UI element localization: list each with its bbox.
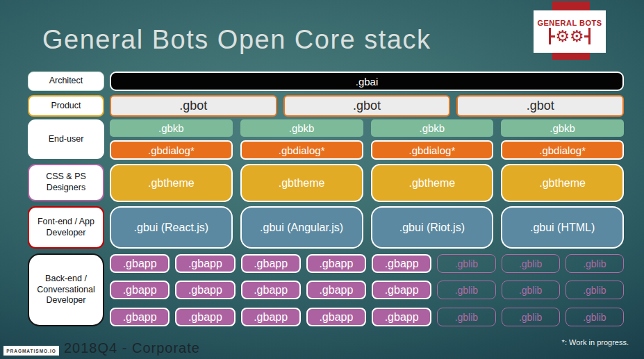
- gbapp-box: .gbapp: [372, 308, 431, 326]
- gbapp-box: .gbapp: [306, 254, 366, 273]
- gbtheme-box: .gbtheme: [501, 164, 624, 202]
- row-gbkb: .gbkb .gbkb .gbkb .gbkb: [110, 119, 624, 137]
- row-gbui: .gbui (React.js) .gbui (Angular.js) .gbu…: [110, 206, 624, 249]
- gbkb-box: .gbkb: [240, 119, 363, 137]
- gbapp-box: .gbapp: [175, 281, 235, 299]
- gbot-box: .gbot: [456, 95, 624, 117]
- row-gbapp-3: .gbapp .gbapp .gbapp .gbapp .gbapp .gbli…: [110, 308, 624, 326]
- gblib-box: .gblib: [502, 254, 560, 273]
- gbot-box: .gbot: [283, 95, 451, 117]
- row-label-backend-conversational-developer: Back-end / Conversational Developer: [28, 253, 104, 326]
- gear-icon: ⚙: [570, 28, 584, 44]
- gear-icon: ⚙: [555, 28, 570, 44]
- gbdialog-box: .gbdialog*: [501, 140, 624, 160]
- gblib-box: .gblib: [565, 308, 624, 326]
- gbapp-box: .gbapp: [110, 254, 170, 273]
- gbapp-box: .gbapp: [241, 281, 301, 299]
- gbtheme-box: .gbtheme: [240, 164, 363, 202]
- gbapp-box: .gbapp: [175, 308, 235, 326]
- gblib-box: .gblib: [502, 308, 560, 326]
- gbkb-box: .gbkb: [110, 119, 233, 137]
- row-label-product: Product: [28, 95, 104, 117]
- gear-bar-right: [588, 28, 591, 44]
- gbkb-box: .gbkb: [501, 119, 624, 137]
- gblib-box: .gblib: [502, 281, 560, 299]
- row-gbdialog: .gbdialog* .gbdialog* .gbdialog* .gbdial…: [110, 140, 624, 160]
- gbapp-box: .gbapp: [372, 254, 431, 273]
- row-gbapp-1: .gbapp .gbapp .gbapp .gbapp .gbapp .gbli…: [110, 254, 624, 273]
- logo-brand-text: GENERAL BOTS: [537, 19, 602, 27]
- gbdialog-box: .gbdialog*: [240, 140, 363, 160]
- gblib-box: .gblib: [565, 254, 624, 273]
- gbui-react-box: .gbui (React.js): [110, 206, 233, 249]
- row-gbai: .gbai: [110, 72, 624, 91]
- gbapp-box: .gbapp: [110, 281, 170, 299]
- gbapp-box: .gbapp: [306, 281, 366, 299]
- gbapp-box: .gbapp: [372, 281, 431, 299]
- row-gbot: .gbot .gbot .gbot: [110, 95, 624, 117]
- gblib-box: .gblib: [437, 308, 495, 326]
- slide: General Bots Open Core stack GENERAL BOT…: [0, 0, 644, 359]
- general-bots-logo: GENERAL BOTS ⚙ ⚙: [534, 10, 606, 53]
- gbkb-box: .gbkb: [371, 119, 494, 137]
- gblib-box: .gblib: [437, 254, 495, 273]
- pragmatismo-watermark: PRAGMATISMO.IO: [3, 346, 59, 356]
- gblib-box: .gblib: [565, 281, 624, 299]
- row-gbtheme: .gbtheme .gbtheme .gbtheme .gbtheme: [110, 164, 624, 202]
- footer-caption: 2018Q4 - Corporate: [64, 340, 200, 356]
- gbai-box: .gbai: [110, 72, 624, 91]
- gbui-angular-box: .gbui (Angular.js): [240, 206, 363, 249]
- gblib-box: .gblib: [437, 281, 495, 299]
- gbapp-box: .gbapp: [241, 254, 301, 273]
- gbapp-box: .gbapp: [241, 308, 301, 326]
- row-label-frontend-app-developer: Font-end / App Developer: [28, 206, 104, 249]
- gbdialog-box: .gbdialog*: [110, 140, 233, 160]
- gbapp-box: .gbapp: [110, 308, 170, 326]
- gears-icon: ⚙ ⚙: [549, 28, 590, 44]
- gbapp-box: .gbapp: [306, 308, 366, 326]
- work-in-progress-note: *: Work in progress.: [562, 338, 629, 347]
- row-label-css-ps-designers: CSS & PS Designers: [28, 164, 104, 201]
- row-label-architect: Architect: [28, 72, 104, 91]
- gbapp-box: .gbapp: [175, 254, 235, 273]
- row-label-end-user: End-user: [28, 119, 104, 159]
- row-gbapp-2: .gbapp .gbapp .gbapp .gbapp .gbapp .gbli…: [110, 281, 624, 299]
- gbui-html-box: .gbui (HTML): [501, 206, 624, 249]
- gbtheme-box: .gbtheme: [371, 164, 494, 202]
- page-title: General Bots Open Core stack: [42, 25, 431, 55]
- gbdialog-box: .gbdialog*: [371, 140, 494, 160]
- gbot-box: .gbot: [110, 95, 277, 117]
- gbui-riot-box: .gbui (Riot.js): [371, 206, 494, 249]
- gbtheme-box: .gbtheme: [110, 164, 233, 202]
